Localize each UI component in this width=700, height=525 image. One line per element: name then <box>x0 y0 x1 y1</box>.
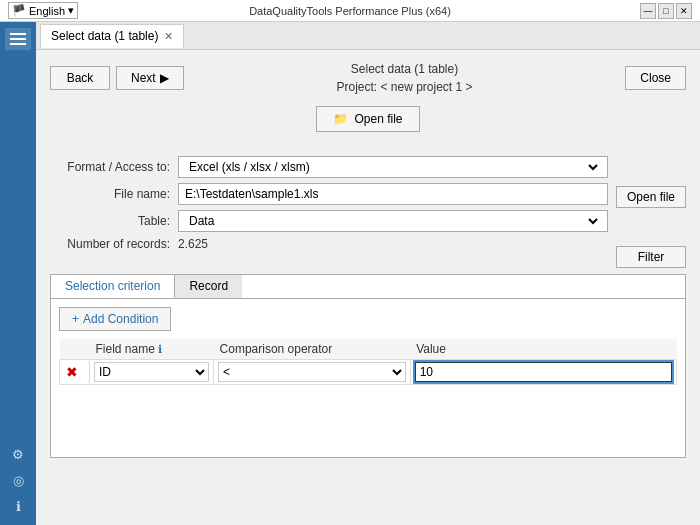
hamburger-line <box>10 33 26 35</box>
form-main: Format / Access to: Excel (xls / xlsx / … <box>50 156 608 268</box>
form-section: Format / Access to: Excel (xls / xlsx / … <box>50 156 686 268</box>
title-bar: 🏴 English ▾ DataQualityTools Performance… <box>0 0 700 22</box>
folder-icon: 📁 <box>333 112 348 126</box>
open-file-center-button[interactable]: 📁 Open file <box>316 106 419 132</box>
records-label: Number of records: <box>50 237 170 251</box>
filename-label: File name: <box>50 187 170 201</box>
close-window-button[interactable]: ✕ <box>676 3 692 19</box>
maximize-button[interactable]: □ <box>658 3 674 19</box>
next-button[interactable]: Next ▶ <box>116 66 184 90</box>
target-icon[interactable]: ◎ <box>9 471 27 489</box>
header-title-area: Select data (1 table) Project: < new pro… <box>336 60 472 96</box>
field-name-header: Field name ℹ <box>90 339 214 360</box>
main-content: Select data (1 table) ✕ Back Next ▶ Sele… <box>36 22 700 525</box>
lang-dropdown-icon: ▾ <box>68 4 74 17</box>
content-panel: Back Next ▶ Select data (1 table) Projec… <box>36 50 700 525</box>
sidebar: ⚙ ◎ ℹ <box>0 22 36 525</box>
add-condition-button[interactable]: + Add Condition <box>59 307 171 331</box>
close-button[interactable]: Close <box>625 66 686 90</box>
lang-label: English <box>29 5 65 17</box>
minimize-button[interactable]: — <box>640 3 656 19</box>
form-side-buttons: Open file Filter <box>616 156 686 268</box>
gear-icon[interactable]: ⚙ <box>9 445 27 463</box>
window-controls: — □ ✕ <box>640 3 692 19</box>
top-navigation: Back Next ▶ Select data (1 table) Projec… <box>50 60 686 96</box>
sidebar-menu-button[interactable] <box>5 28 31 50</box>
add-condition-label: Add Condition <box>83 312 158 326</box>
table-header-row: Field name ℹ Comparison operator Value <box>60 339 677 360</box>
back-button[interactable]: Back <box>50 66 110 90</box>
table-select[interactable]: Data <box>185 213 601 229</box>
comparison-op-header: Comparison operator <box>214 339 411 360</box>
tab-label: Select data (1 table) <box>51 29 158 43</box>
value-input[interactable] <box>415 362 672 382</box>
field-name-select[interactable]: IDNameDateAmount <box>94 362 209 382</box>
condition-table: Field name ℹ Comparison operator Value ✖ <box>59 339 677 385</box>
selection-area: + Add Condition Field name ℹ <box>50 298 686 458</box>
format-select-wrapper[interactable]: Excel (xls / xlsx / xlsm) <box>178 156 608 178</box>
inner-tabs: Selection criterion Record <box>50 274 686 298</box>
hamburger-line <box>10 43 26 45</box>
value-header: Value <box>410 339 676 360</box>
tab-bar: Select data (1 table) ✕ <box>36 22 700 50</box>
operator-select[interactable]: <<==>=>!= <box>218 362 406 382</box>
table-row-form: Table: Data <box>50 210 608 232</box>
info-icon[interactable]: ℹ <box>9 497 27 515</box>
field-name-cell: IDNameDateAmount <box>90 360 214 385</box>
select-data-tab[interactable]: Select data (1 table) ✕ <box>40 24 184 48</box>
plus-icon: + <box>72 312 79 326</box>
filter-button[interactable]: Filter <box>616 246 686 268</box>
table-select-wrapper[interactable]: Data <box>178 210 608 232</box>
inner-tabs-container: Selection criterion Record + Add Conditi… <box>50 274 686 458</box>
records-value: 2.625 <box>178 237 208 251</box>
value-cell <box>410 360 676 385</box>
app-container: ⚙ ◎ ℹ Select data (1 table) ✕ Back Next … <box>0 22 700 525</box>
header-title: Select data (1 table) <box>336 60 472 78</box>
tab-selection-criterion[interactable]: Selection criterion <box>51 275 175 298</box>
format-label: Format / Access to: <box>50 160 170 174</box>
title-bar-left: 🏴 English ▾ <box>8 2 78 19</box>
field-name-info-icon[interactable]: ℹ <box>158 343 162 355</box>
app-title: DataQualityTools Performance Plus (x64) <box>249 5 451 17</box>
language-selector[interactable]: 🏴 English ▾ <box>8 2 78 19</box>
flag-icon: 🏴 <box>12 4 26 17</box>
next-label: Next <box>131 71 156 85</box>
delete-col-header <box>60 339 90 360</box>
delete-row-button[interactable]: ✖ <box>64 364 80 380</box>
hamburger-line <box>10 38 26 40</box>
header-project: Project: < new project 1 > <box>336 78 472 96</box>
open-file-label: Open file <box>354 112 402 126</box>
sidebar-bottom-icons: ⚙ ◎ ℹ <box>9 445 27 525</box>
filename-input[interactable] <box>178 183 608 205</box>
tab-close-button[interactable]: ✕ <box>164 31 173 42</box>
format-row: Format / Access to: Excel (xls / xlsx / … <box>50 156 608 178</box>
records-row: Number of records: 2.625 <box>50 237 608 251</box>
table-row: ✖ IDNameDateAmount <<==>=>!= <box>60 360 677 385</box>
delete-cell: ✖ <box>60 360 90 385</box>
next-arrow-icon: ▶ <box>160 71 169 85</box>
table-label: Table: <box>50 214 170 228</box>
nav-left-buttons: Back Next ▶ <box>50 66 184 90</box>
tab-record[interactable]: Record <box>175 275 242 298</box>
filename-row: File name: <box>50 183 608 205</box>
open-file-side-button[interactable]: Open file <box>616 186 686 208</box>
operator-cell: <<==>=>!= <box>214 360 411 385</box>
format-select[interactable]: Excel (xls / xlsx / xlsm) <box>185 159 601 175</box>
